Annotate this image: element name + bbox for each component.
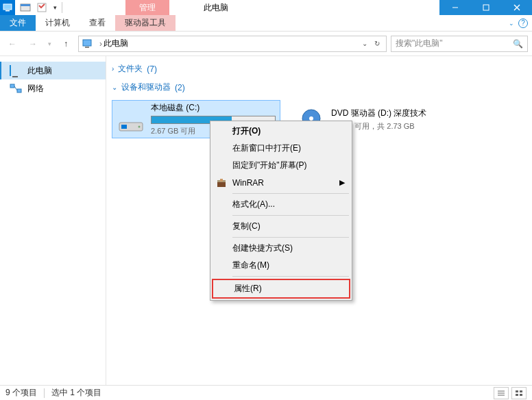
winrar-icon bbox=[215, 177, 228, 189]
group-devices-header[interactable]: ⌄ 设备和驱动器 (2) bbox=[112, 82, 527, 93]
tab-computer[interactable]: 计算机 bbox=[36, 15, 80, 31]
address-bar[interactable]: › 此电脑 ⌄ ↻ bbox=[78, 36, 387, 52]
svg-rect-1 bbox=[5, 10, 10, 12]
up-button[interactable]: ↑ bbox=[58, 36, 74, 52]
maximize-button[interactable] bbox=[470, 0, 501, 15]
view-icons-button[interactable] bbox=[511, 387, 527, 399]
ctx-rename[interactable]: 重命名(M) bbox=[212, 257, 350, 274]
sidebar-item-network[interactable]: 网络 bbox=[0, 79, 106, 97]
refresh-button[interactable]: ↻ bbox=[371, 40, 383, 47]
address-text[interactable]: 此电脑 bbox=[104, 38, 359, 49]
svg-line-13 bbox=[14, 86, 17, 90]
svg-rect-0 bbox=[3, 4, 12, 10]
search-icon[interactable]: 🔍 bbox=[513, 39, 523, 49]
help-icon[interactable]: ? bbox=[518, 18, 528, 28]
context-menu: 打开(O) 在新窗口中打开(E) 固定到"开始"屏幕(P) WinRAR ▶ 格… bbox=[210, 121, 352, 301]
collapse-icon: › bbox=[112, 65, 114, 73]
ctx-separator bbox=[232, 276, 349, 277]
svg-rect-28 bbox=[516, 394, 518, 396]
breadcrumb-separator: › bbox=[98, 39, 104, 49]
svg-rect-29 bbox=[520, 394, 522, 396]
tab-drive-tools[interactable]: 驱动器工具 bbox=[115, 15, 176, 31]
tab-view[interactable]: 查看 bbox=[80, 15, 115, 31]
window-title: 此电脑 bbox=[204, 2, 228, 14]
system-icon[interactable] bbox=[0, 0, 15, 15]
drive-name: 本地磁盘 (C:) bbox=[151, 102, 276, 114]
location-icon bbox=[82, 38, 94, 50]
view-details-button[interactable] bbox=[494, 387, 509, 399]
ctx-open-new-window[interactable]: 在新窗口中打开(E) bbox=[212, 140, 350, 157]
search-placeholder: 搜索"此电脑" bbox=[396, 38, 513, 49]
qat-dropdown[interactable]: ▾ bbox=[51, 1, 59, 14]
ctx-format[interactable]: 格式化(A)... bbox=[212, 196, 350, 213]
forward-button[interactable]: → bbox=[25, 36, 41, 52]
svg-rect-3 bbox=[21, 4, 30, 6]
minimize-button[interactable] bbox=[439, 0, 470, 15]
group-folders-header[interactable]: › 文件夹 (7) bbox=[112, 63, 527, 75]
pc-icon bbox=[10, 66, 22, 75]
svg-rect-12 bbox=[17, 89, 21, 92]
status-bar: 9 个项目 选中 1 个项目 bbox=[0, 385, 532, 400]
ribbon-expand-icon[interactable]: ⌄ bbox=[509, 20, 514, 27]
svg-rect-22 bbox=[220, 179, 223, 182]
submenu-arrow-icon: ▶ bbox=[339, 178, 345, 187]
sidebar-item-label: 网络 bbox=[27, 83, 44, 95]
ctx-create-shortcut[interactable]: 创建快捷方式(S) bbox=[212, 240, 350, 257]
contextual-tab-header: 管理 bbox=[125, 0, 169, 15]
ctx-separator bbox=[232, 237, 349, 238]
navigation-sidebar: 此电脑 网络 bbox=[0, 56, 106, 385]
sidebar-item-this-pc[interactable]: 此电脑 bbox=[0, 62, 106, 79]
navigation-row: ← → ▾ ↑ › 此电脑 ⌄ ↻ 搜索"此电脑" 🔍 bbox=[0, 32, 532, 56]
title-bar: ▾ 管理 此电脑 bbox=[0, 0, 532, 15]
ctx-open[interactable]: 打开(O) bbox=[212, 123, 350, 140]
back-button[interactable]: ← bbox=[4, 36, 21, 52]
hdd-icon bbox=[117, 105, 145, 134]
sidebar-item-label: 此电脑 bbox=[27, 65, 52, 77]
svg-rect-15 bbox=[121, 125, 127, 129]
recent-locations-dropdown[interactable]: ▾ bbox=[45, 36, 53, 52]
svg-rect-6 bbox=[483, 5, 489, 10]
status-selection: 选中 1 个项目 bbox=[51, 387, 101, 399]
status-item-count: 9 个项目 bbox=[5, 387, 37, 399]
search-box[interactable]: 搜索"此电脑" 🔍 bbox=[391, 36, 528, 52]
ctx-separator bbox=[232, 215, 349, 216]
ribbon-tabs: 文件 计算机 查看 驱动器工具 ⌄ ? bbox=[0, 15, 532, 32]
address-dropdown[interactable]: ⌄ bbox=[359, 40, 371, 47]
ctx-pin-start[interactable]: 固定到"开始"屏幕(P) bbox=[212, 157, 350, 174]
svg-rect-11 bbox=[10, 84, 14, 88]
ctx-separator bbox=[232, 193, 349, 194]
ctx-copy[interactable]: 复制(C) bbox=[212, 218, 350, 235]
expand-icon: ⌄ bbox=[112, 84, 117, 91]
svg-point-16 bbox=[138, 126, 141, 128]
ctx-properties[interactable]: 属性(R) bbox=[212, 279, 350, 299]
svg-rect-9 bbox=[83, 40, 91, 46]
svg-rect-26 bbox=[516, 390, 518, 392]
drive-name: DVD 驱动器 (D:) 深度技术 bbox=[331, 108, 457, 119]
close-button[interactable] bbox=[501, 0, 532, 15]
network-icon bbox=[10, 84, 22, 93]
svg-rect-27 bbox=[520, 390, 522, 392]
qat-button-1[interactable] bbox=[18, 0, 33, 15]
ctx-winrar[interactable]: WinRAR ▶ bbox=[212, 174, 350, 191]
qat-properties-button[interactable] bbox=[34, 0, 49, 15]
file-tab[interactable]: 文件 bbox=[0, 15, 36, 31]
svg-rect-10 bbox=[85, 47, 89, 48]
